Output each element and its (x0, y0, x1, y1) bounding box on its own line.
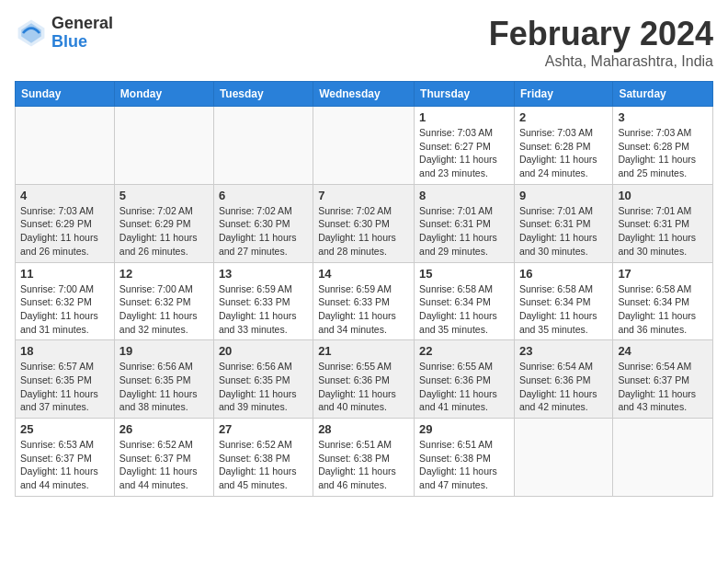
calendar-cell: 1Sunrise: 7:03 AMSunset: 6:27 PMDaylight… (415, 107, 515, 185)
day-detail: Sunrise: 6:58 AMSunset: 6:34 PMDaylight:… (519, 282, 608, 337)
calendar-cell: 7Sunrise: 7:02 AMSunset: 6:30 PMDaylight… (313, 184, 415, 262)
day-number: 2 (519, 110, 608, 124)
logo-general: General (51, 15, 113, 33)
header-row: SundayMondayTuesdayWednesdayThursdayFrid… (16, 82, 713, 107)
day-number: 6 (219, 189, 308, 202)
calendar-cell: 10Sunrise: 7:01 AMSunset: 6:31 PMDayligh… (613, 184, 713, 262)
header-thursday: Thursday (415, 82, 515, 107)
calendar-header: SundayMondayTuesdayWednesdayThursdayFrid… (16, 82, 713, 107)
day-number: 7 (318, 189, 409, 202)
header-wednesday: Wednesday (313, 82, 415, 107)
day-number: 28 (318, 422, 409, 436)
header-friday: Friday (514, 82, 612, 107)
calendar-cell (613, 419, 713, 497)
calendar-table: SundayMondayTuesdayWednesdayThursdayFrid… (15, 81, 713, 497)
calendar-cell: 22Sunrise: 6:55 AMSunset: 6:36 PMDayligh… (415, 340, 515, 419)
day-number: 5 (119, 189, 209, 202)
day-number: 12 (119, 267, 209, 281)
day-number: 21 (318, 344, 409, 358)
calendar-cell: 28Sunrise: 6:51 AMSunset: 6:38 PMDayligh… (313, 419, 415, 497)
header-sunday: Sunday (16, 82, 115, 107)
calendar-cell (114, 107, 213, 185)
calendar-cell: 2Sunrise: 7:03 AMSunset: 6:28 PMDaylight… (514, 107, 612, 185)
header-tuesday: Tuesday (213, 82, 313, 107)
title-section: February 2024 Ashta, Maharashtra, India (489, 15, 713, 70)
calendar-cell: 21Sunrise: 6:55 AMSunset: 6:36 PMDayligh… (313, 340, 415, 419)
day-detail: Sunrise: 7:01 AMSunset: 6:31 PMDaylight:… (419, 204, 509, 259)
day-detail: Sunrise: 6:52 AMSunset: 6:38 PMDaylight:… (219, 438, 308, 492)
day-detail: Sunrise: 7:02 AMSunset: 6:29 PMDaylight:… (119, 204, 209, 259)
day-number: 1 (419, 110, 509, 124)
day-detail: Sunrise: 7:00 AMSunset: 6:32 PMDaylight:… (119, 282, 209, 337)
day-number: 9 (519, 189, 608, 202)
day-number: 4 (20, 189, 109, 202)
week-row-3: 18Sunrise: 6:57 AMSunset: 6:35 PMDayligh… (16, 340, 713, 419)
header-monday: Monday (114, 82, 213, 107)
logo-text: General Blue (51, 15, 113, 52)
week-row-0: 1Sunrise: 7:03 AMSunset: 6:27 PMDaylight… (16, 107, 713, 185)
day-number: 27 (219, 422, 308, 436)
logo-icon (15, 17, 48, 50)
calendar-cell: 13Sunrise: 6:59 AMSunset: 6:33 PMDayligh… (213, 262, 313, 340)
calendar-cell: 29Sunrise: 6:51 AMSunset: 6:38 PMDayligh… (415, 419, 515, 497)
day-detail: Sunrise: 6:56 AMSunset: 6:35 PMDaylight:… (219, 360, 308, 414)
day-number: 29 (419, 422, 509, 436)
calendar-cell: 26Sunrise: 6:52 AMSunset: 6:37 PMDayligh… (114, 419, 213, 497)
day-detail: Sunrise: 7:00 AMSunset: 6:32 PMDaylight:… (20, 282, 109, 337)
day-number: 26 (119, 422, 209, 436)
day-detail: Sunrise: 6:52 AMSunset: 6:37 PMDaylight:… (119, 438, 209, 492)
day-number: 25 (20, 422, 109, 436)
week-row-2: 11Sunrise: 7:00 AMSunset: 6:32 PMDayligh… (16, 262, 713, 340)
day-detail: Sunrise: 6:54 AMSunset: 6:36 PMDaylight:… (519, 360, 608, 414)
calendar-cell: 18Sunrise: 6:57 AMSunset: 6:35 PMDayligh… (16, 340, 115, 419)
day-number: 8 (419, 189, 509, 202)
day-number: 19 (119, 344, 209, 358)
day-number: 18 (20, 344, 109, 358)
calendar-body: 1Sunrise: 7:03 AMSunset: 6:27 PMDaylight… (16, 107, 713, 497)
day-detail: Sunrise: 6:51 AMSunset: 6:38 PMDaylight:… (419, 438, 509, 492)
calendar-cell: 15Sunrise: 6:58 AMSunset: 6:34 PMDayligh… (415, 262, 515, 340)
day-detail: Sunrise: 6:58 AMSunset: 6:34 PMDaylight:… (419, 282, 509, 337)
calendar-cell: 17Sunrise: 6:58 AMSunset: 6:34 PMDayligh… (613, 262, 713, 340)
logo: General Blue (15, 15, 113, 52)
day-number: 24 (618, 344, 708, 358)
day-detail: Sunrise: 6:56 AMSunset: 6:35 PMDaylight:… (119, 360, 209, 414)
day-number: 17 (618, 267, 708, 281)
day-number: 20 (219, 344, 308, 358)
calendar-cell: 12Sunrise: 7:00 AMSunset: 6:32 PMDayligh… (114, 262, 213, 340)
day-number: 13 (219, 267, 308, 281)
calendar-cell (313, 107, 415, 185)
day-detail: Sunrise: 6:59 AMSunset: 6:33 PMDaylight:… (318, 282, 409, 337)
title-month-year: February 2024 (489, 15, 713, 53)
calendar-cell: 6Sunrise: 7:02 AMSunset: 6:30 PMDaylight… (213, 184, 313, 262)
day-detail: Sunrise: 7:01 AMSunset: 6:31 PMDaylight:… (618, 204, 708, 259)
week-row-4: 25Sunrise: 6:53 AMSunset: 6:37 PMDayligh… (16, 419, 713, 497)
page-header: General Blue February 2024 Ashta, Mahara… (15, 15, 713, 70)
header-saturday: Saturday (613, 82, 713, 107)
calendar-cell: 25Sunrise: 6:53 AMSunset: 6:37 PMDayligh… (16, 419, 115, 497)
calendar-cell: 3Sunrise: 7:03 AMSunset: 6:28 PMDaylight… (613, 107, 713, 185)
calendar-cell: 9Sunrise: 7:01 AMSunset: 6:31 PMDaylight… (514, 184, 612, 262)
day-detail: Sunrise: 7:03 AMSunset: 6:27 PMDaylight:… (419, 126, 509, 180)
calendar-cell: 19Sunrise: 6:56 AMSunset: 6:35 PMDayligh… (114, 340, 213, 419)
calendar-cell (213, 107, 313, 185)
calendar-cell: 5Sunrise: 7:02 AMSunset: 6:29 PMDaylight… (114, 184, 213, 262)
calendar-cell: 27Sunrise: 6:52 AMSunset: 6:38 PMDayligh… (213, 419, 313, 497)
calendar-cell: 4Sunrise: 7:03 AMSunset: 6:29 PMDaylight… (16, 184, 115, 262)
day-detail: Sunrise: 7:02 AMSunset: 6:30 PMDaylight:… (219, 204, 308, 259)
day-detail: Sunrise: 7:02 AMSunset: 6:30 PMDaylight:… (318, 204, 409, 259)
day-number: 14 (318, 267, 409, 281)
day-detail: Sunrise: 6:53 AMSunset: 6:37 PMDaylight:… (20, 438, 109, 492)
calendar-cell: 14Sunrise: 6:59 AMSunset: 6:33 PMDayligh… (313, 262, 415, 340)
day-detail: Sunrise: 7:03 AMSunset: 6:29 PMDaylight:… (20, 204, 109, 259)
calendar-cell (16, 107, 115, 185)
day-detail: Sunrise: 6:54 AMSunset: 6:37 PMDaylight:… (618, 360, 708, 414)
day-detail: Sunrise: 6:58 AMSunset: 6:34 PMDaylight:… (618, 282, 708, 337)
day-detail: Sunrise: 6:59 AMSunset: 6:33 PMDaylight:… (219, 282, 308, 337)
day-number: 3 (618, 110, 708, 124)
day-detail: Sunrise: 6:51 AMSunset: 6:38 PMDaylight:… (318, 438, 409, 492)
title-location: Ashta, Maharashtra, India (489, 53, 713, 70)
day-detail: Sunrise: 6:55 AMSunset: 6:36 PMDaylight:… (419, 360, 509, 414)
calendar-cell: 20Sunrise: 6:56 AMSunset: 6:35 PMDayligh… (213, 340, 313, 419)
calendar-cell: 11Sunrise: 7:00 AMSunset: 6:32 PMDayligh… (16, 262, 115, 340)
